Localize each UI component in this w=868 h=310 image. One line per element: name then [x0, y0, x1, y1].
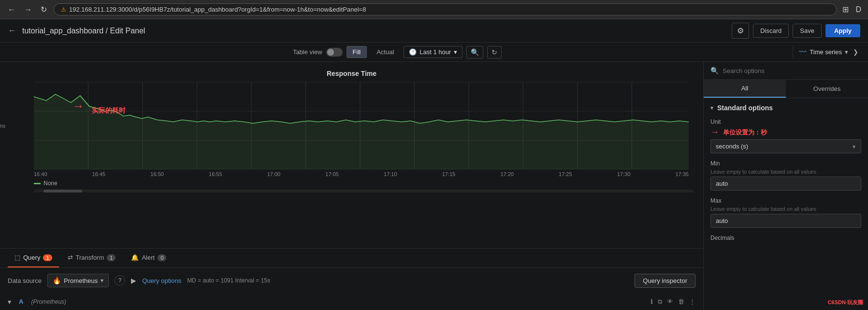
chart-area: → 实际的耗时: [34, 82, 689, 169]
legend-label: None: [43, 180, 58, 187]
search-options-bar: 🔍: [704, 62, 868, 80]
chart-title: Response Time: [10, 70, 694, 77]
chart-container: Response Time 2 ms 1.50 ms 1 ms: [0, 62, 703, 248]
right-panel: 🔍 All Overrides ▾ Standard options Unit: [704, 62, 868, 310]
x-label-1720: 17:20: [500, 171, 514, 177]
datasource-label: Data source: [8, 277, 42, 284]
search-options-input[interactable]: [723, 67, 861, 74]
transform-tab-icon: ⇄: [68, 254, 73, 261]
unit-option-row: Unit → 单位设置为：秒 seconds (s): [710, 118, 861, 153]
lock-icon: ⚠: [61, 6, 66, 13]
back-to-dashboard-btn[interactable]: ←: [8, 26, 16, 36]
browser-actions: ⊞ D: [840, 3, 863, 16]
query-inspector-btn[interactable]: Query inspector: [635, 274, 695, 288]
panel-tabs: All Overrides: [704, 80, 868, 98]
query-row-eye-icon[interactable]: 👁: [667, 298, 673, 305]
chart-svg: [34, 82, 689, 169]
min-option-row: Min Leave empty to calculate based on al…: [710, 160, 861, 191]
profile-btn[interactable]: D: [854, 3, 863, 16]
max-desc: Leave empty to calculate based on all va…: [710, 206, 861, 212]
query-options-btn[interactable]: Query options: [142, 277, 181, 284]
x-label-1640: 16:40: [34, 171, 47, 177]
query-datasource-hint: (Prometheus): [31, 298, 66, 305]
settings-btn[interactable]: ⚙: [732, 23, 749, 39]
query-tabs: ⬚ Query 1 ⇄ Transform 1 🔔 Alert 0: [0, 249, 703, 268]
time-range-btn[interactable]: 🕐 Last 1 hour ▾: [404, 46, 463, 58]
clock-icon: 🕐: [409, 48, 417, 56]
grafana-header: ← tutorial_app_dashboard / Edit Panel ⚙ …: [0, 19, 868, 43]
viz-chevron: ▾: [845, 48, 848, 56]
table-view-label: Table view: [293, 48, 322, 56]
viz-expand-btn[interactable]: ❯: [851, 46, 860, 58]
forward-nav-btn[interactable]: →: [21, 3, 35, 16]
transform-tab-label: Transform: [76, 254, 104, 261]
alert-tab-icon: 🔔: [131, 254, 139, 261]
extensions-btn[interactable]: ⊞: [840, 3, 851, 16]
tab-alert[interactable]: 🔔 Alert 0: [124, 249, 173, 267]
query-row: ▾ A (Prometheus) ℹ ⧉ 👁 🗑 ⋮: [0, 293, 703, 310]
panel-tab-overrides[interactable]: Overrides: [786, 80, 868, 98]
datasource-row: Data source 🔥 Prometheus ▾ ? ▶ Query opt…: [0, 268, 703, 293]
unit-annotation-text: 单位设置为：秒: [723, 128, 767, 137]
content-area: Response Time 2 ms 1.50 ms 1 ms: [0, 62, 868, 310]
datasource-help-btn[interactable]: ?: [115, 275, 125, 286]
y-axis-labels: 2 ms 1.50 ms 1 ms: [0, 82, 5, 169]
browser-bar: ← → ↻ ⚠ 192.168.211.129:3000/d/p56I9HB7z…: [0, 0, 868, 19]
min-desc: Leave empty to calculate based on all va…: [710, 169, 861, 175]
query-bottom: ⬚ Query 1 ⇄ Transform 1 🔔 Alert 0: [0, 248, 703, 310]
datasource-selector[interactable]: 🔥 Prometheus ▾: [47, 274, 109, 287]
decimals-label: Decimals: [710, 235, 861, 241]
apply-btn[interactable]: Apply: [825, 24, 860, 37]
fill-btn[interactable]: Fill: [347, 46, 367, 58]
unit-label: Unit: [710, 118, 861, 125]
y-label-1ms: 1 ms: [0, 163, 5, 169]
y-label-150ms: 1.50 ms: [0, 123, 5, 129]
unit-select[interactable]: seconds (s): [710, 139, 861, 153]
save-btn[interactable]: Save: [793, 24, 822, 38]
standard-options-section: ▾ Standard options Unit → 单位设置为：秒 second…: [704, 98, 868, 254]
x-axis-labels: 16:40 16:45 16:50 16:55 17:00 17:05 17:1…: [34, 171, 689, 177]
zoom-out-btn[interactable]: 🔍: [466, 46, 483, 59]
unit-select-wrapper: seconds (s): [710, 139, 861, 153]
tab-transform[interactable]: ⇄ Transform 1: [61, 249, 123, 267]
query-row-info-icon[interactable]: ℹ: [651, 298, 653, 305]
x-label-1725: 17:25: [559, 171, 572, 177]
actual-btn[interactable]: Actual: [371, 46, 400, 58]
query-options-label: Query options: [142, 277, 181, 284]
query-row-delete-icon[interactable]: 🗑: [678, 298, 684, 305]
table-view-toggle[interactable]: [326, 48, 343, 57]
query-row-expand-icon[interactable]: ▾: [8, 298, 11, 306]
header-actions: ⚙ Discard Save Apply: [732, 23, 860, 39]
chart-toolbar: Table view Fill Actual 🕐 Last 1 hour ▾ 🔍…: [0, 43, 868, 62]
back-nav-btn[interactable]: ←: [5, 3, 18, 16]
query-row-menu-icon[interactable]: ⋮: [689, 298, 695, 305]
prometheus-icon: 🔥: [53, 277, 61, 284]
reload-btn[interactable]: ↻: [38, 3, 50, 16]
min-input[interactable]: [710, 177, 861, 191]
viz-label: Time series: [810, 48, 842, 56]
panel-tab-all[interactable]: All: [704, 80, 786, 98]
query-row-copy-icon[interactable]: ⧉: [658, 298, 662, 306]
query-options-expand-icon: ▶: [131, 277, 136, 284]
address-bar[interactable]: ⚠ 192.168.211.129:3000/d/p56I9HB7z/tutor…: [54, 3, 837, 15]
alert-tab-badge: 0: [158, 254, 166, 261]
viz-icon: 〰: [799, 48, 807, 57]
legend-color-swatch: [34, 183, 41, 184]
query-opts-info: MD = auto = 1091 Interval = 15s: [187, 277, 270, 284]
max-option-row: Max Leave empty to calculate based on al…: [710, 197, 861, 228]
discard-btn[interactable]: Discard: [753, 24, 789, 38]
decimals-option-row: Decimals: [710, 235, 861, 241]
tab-query[interactable]: ⬚ Query 1: [8, 249, 59, 267]
query-tab-label: Query: [23, 254, 40, 261]
x-label-1700: 17:00: [267, 171, 281, 177]
query-letter: A: [16, 297, 26, 306]
x-label-1730: 17:30: [617, 171, 631, 177]
max-input[interactable]: [710, 214, 861, 228]
standard-options-header[interactable]: ▾ Standard options: [710, 104, 861, 112]
time-range-chevron: ▾: [454, 48, 457, 56]
svg-marker-15: [34, 94, 689, 169]
query-tab-icon: ⬚: [14, 254, 20, 261]
refresh-btn[interactable]: ↻: [487, 46, 502, 59]
y-label-2ms: 2 ms: [0, 82, 5, 88]
x-label-1735: 17:35: [675, 171, 689, 177]
